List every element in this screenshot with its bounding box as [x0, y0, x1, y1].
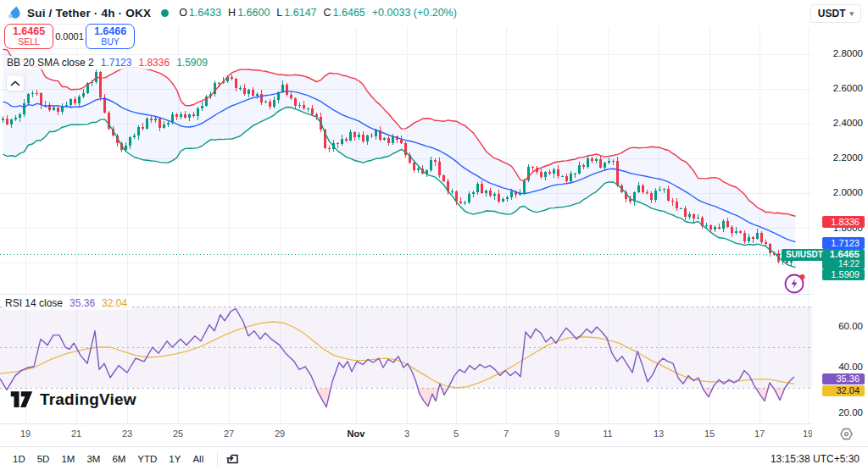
- rsi-indicator-legend[interactable]: RSI 14 close 35.36 32.04: [5, 296, 132, 310]
- range-button-6m[interactable]: 6M: [106, 451, 131, 467]
- rsi-axis-label: 20.00: [812, 407, 863, 417]
- bb-lower-value: 1.5909: [176, 57, 208, 69]
- pane-divider[interactable]: [0, 294, 868, 295]
- server-clock[interactable]: 13:15:38 UTC+5:30: [771, 453, 861, 465]
- high-label: H: [228, 7, 236, 19]
- range-button-1d[interactable]: 1D: [7, 451, 31, 467]
- chevron-down-icon: ▾: [849, 9, 854, 18]
- time-axis-label: 7: [504, 429, 509, 439]
- last-price-badge: 1.6465 14:22: [822, 249, 865, 269]
- close-value: 1.6465: [333, 7, 365, 19]
- go-to-date-button[interactable]: [225, 451, 241, 467]
- rsi-legend-label: RSI 14 close: [5, 297, 63, 309]
- currency-label: USDT: [818, 8, 846, 19]
- open-value: 1.6433: [189, 7, 221, 19]
- time-axis-label: 3: [404, 429, 409, 439]
- currency-dropdown[interactable]: USDT ▾: [810, 4, 861, 23]
- time-axis-label: Nov: [348, 429, 365, 439]
- bb-legend-label: BB 20 SMA close 2: [7, 57, 94, 69]
- time-axis-label: 9: [554, 429, 559, 439]
- time-axis-label: 19: [20, 429, 31, 439]
- price-axis-label: 2.2000: [812, 152, 863, 163]
- bar-countdown: 14:22: [822, 260, 860, 268]
- price-axis-label: 2.8000: [812, 48, 863, 58]
- price-axis-label: 2.6000: [812, 83, 863, 93]
- watermark-text: TradingView: [40, 390, 136, 409]
- symbol-price-tag: SUIUSDT: [782, 249, 827, 261]
- time-axis-label: 11: [603, 429, 612, 439]
- price-axis-label: 2.4000: [812, 118, 863, 128]
- time-axis-label: 15: [704, 429, 715, 439]
- lightning-icon: [783, 271, 807, 295]
- buy-label: BUY: [101, 37, 120, 47]
- order-widget: 1.6465 SELL 0.0001 1.6466 BUY: [4, 24, 135, 49]
- low-value: 1.6147: [284, 7, 316, 19]
- rsi-value: 35.36: [70, 297, 95, 309]
- time-axis-label: 27: [224, 429, 234, 439]
- high-value: 1.6600: [237, 7, 270, 19]
- rsi-ma-value: 32.04: [102, 297, 127, 309]
- go-to-date-icon: [225, 451, 241, 467]
- time-axis-label: 17: [754, 429, 765, 439]
- quick-trade-button[interactable]: [783, 271, 807, 298]
- sell-label: SELL: [18, 37, 40, 47]
- market-status-dot[interactable]: [161, 9, 169, 17]
- bb-lower-badge: 1.5909: [822, 269, 865, 280]
- sell-button[interactable]: 1.6465 SELL: [4, 24, 53, 49]
- range-selector: 1D5D1M3M6MYTD1YAll: [7, 451, 209, 467]
- rsi-value-badge: 35.36: [822, 373, 865, 384]
- time-axis-label: 23: [122, 429, 132, 439]
- bb-basis-value: 1.7123: [101, 57, 132, 69]
- pane-collapse-button[interactable]: [6, 75, 25, 91]
- ohlc-values: O 1.6433 H 1.6600 L 1.6147 C 1.6465 +0.0…: [179, 7, 457, 19]
- sui-logo-icon: [7, 5, 22, 20]
- time-axis-label: 29: [275, 429, 285, 439]
- range-button-all[interactable]: All: [186, 451, 209, 467]
- price-axis-label: 2.0000: [812, 187, 863, 197]
- change-value: +0.0033 (+0.20%): [372, 7, 457, 19]
- rsi-axis-label: 40.00: [812, 362, 863, 372]
- buy-button[interactable]: 1.6466 BUY: [86, 24, 135, 49]
- range-button-1y[interactable]: 1Y: [163, 451, 186, 467]
- time-axis-label: 21: [71, 429, 81, 439]
- tradingview-watermark[interactable]: TradingView: [10, 390, 136, 409]
- chevron-up-icon: [10, 80, 20, 86]
- price-axis[interactable]: 2.80002.60002.40002.20002.00001.8000 60.…: [812, 0, 868, 446]
- range-button-ytd[interactable]: YTD: [131, 451, 163, 467]
- symbol-title[interactable]: Sui / Tether · 4h · OKX: [27, 7, 151, 19]
- toolbar-separator: [217, 452, 218, 466]
- symbol-header: Sui / Tether · 4h · OKX O 1.6433 H 1.660…: [7, 3, 457, 22]
- time-axis[interactable]: 192123252729Nov35791113151719: [0, 424, 812, 446]
- low-label: L: [276, 7, 282, 19]
- close-label: C: [324, 7, 331, 19]
- tradingview-logo-icon: [10, 390, 33, 409]
- open-label: O: [179, 7, 187, 19]
- bb-indicator-legend[interactable]: BB 20 SMA close 2 1.7123 1.8336 1.5909: [7, 56, 213, 69]
- time-axis-label: 13: [654, 429, 664, 439]
- time-axis-label: 5: [453, 429, 459, 439]
- timezone-settings-icon[interactable]: [839, 427, 854, 445]
- bb-upper-badge: 1.8336: [822, 216, 865, 228]
- spread-value: 0.0001: [53, 24, 86, 49]
- rsi-ma-badge: 32.04: [822, 385, 865, 396]
- range-button-1m[interactable]: 1M: [55, 451, 81, 467]
- bottom-toolbar: 1D5D1M3M6MYTD1YAll 13:15:38 UTC+5:30: [0, 447, 868, 470]
- range-button-5d[interactable]: 5D: [31, 451, 56, 467]
- time-axis-label: 25: [173, 429, 183, 439]
- tradingview-chart-app: Sui / Tether · 4h · OKX O 1.6433 H 1.660…: [0, 0, 868, 470]
- bb-upper-value: 1.8336: [138, 57, 170, 69]
- range-button-3m[interactable]: 3M: [81, 451, 106, 467]
- rsi-axis-label: 60.00: [812, 321, 863, 331]
- bb-basis-badge: 1.7123: [822, 237, 865, 249]
